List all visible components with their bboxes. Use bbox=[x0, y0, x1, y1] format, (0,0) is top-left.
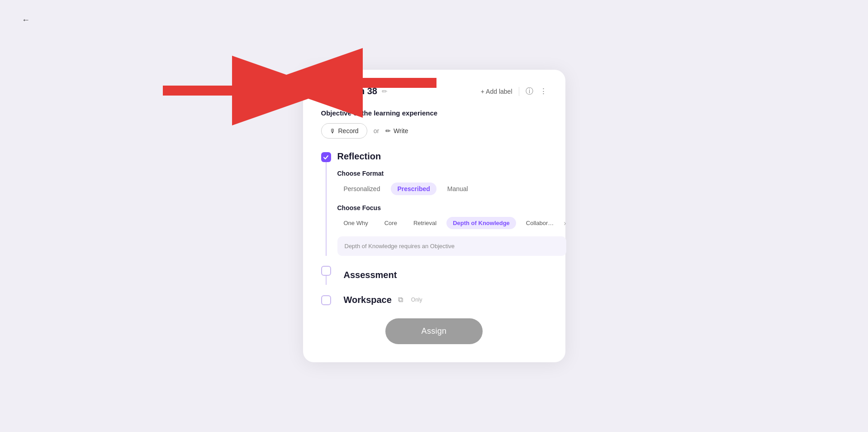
record-button[interactable]: 🎙 Record bbox=[321, 123, 367, 139]
card-title: Reflection 38 bbox=[321, 86, 377, 96]
assessment-row: Assessment bbox=[321, 265, 547, 285]
more-button[interactable]: ⋮ bbox=[540, 86, 547, 96]
reflection-content: Reflection Choose Format Personalized Pr… bbox=[337, 151, 566, 256]
back-button[interactable]: ← bbox=[22, 15, 30, 25]
edit-icon[interactable]: ✏ bbox=[382, 87, 388, 96]
card-header: Reflection 38 ✏ + Add label ⓘ ⋮ bbox=[321, 86, 547, 96]
format-section: Choose Format Personalized Prescribed Ma… bbox=[337, 170, 566, 195]
only-badge: Only bbox=[411, 297, 422, 303]
focus-one-why[interactable]: One Why bbox=[337, 217, 375, 229]
focus-title: Choose Focus bbox=[337, 204, 566, 211]
info-box: Depth of Knowledge requires an Objective bbox=[337, 236, 566, 256]
add-label-button[interactable]: + Add label bbox=[481, 88, 512, 95]
reflection-row: Reflection Choose Format Personalized Pr… bbox=[321, 151, 547, 256]
focus-depth-of-knowledge[interactable]: Depth of Knowledge bbox=[446, 217, 516, 229]
reflection-title: Reflection bbox=[337, 151, 566, 162]
focus-core[interactable]: Core bbox=[378, 217, 403, 229]
workspace-row: Workspace ⧉ Only bbox=[321, 294, 547, 306]
back-icon: ← bbox=[22, 15, 30, 25]
main-card: Reflection 38 ✏ + Add label ⓘ ⋮ Objectiv… bbox=[303, 70, 565, 362]
focus-collabor[interactable]: Collabor… bbox=[520, 217, 560, 229]
write-label: Write bbox=[394, 127, 408, 134]
assessment-checkbox[interactable] bbox=[321, 266, 331, 276]
card-actions: + Add label ⓘ ⋮ bbox=[481, 86, 547, 96]
reflection-left-col bbox=[321, 151, 331, 256]
focus-options: One Why Core Retrieval Depth of Knowledg… bbox=[337, 217, 566, 229]
assign-button[interactable]: Assign bbox=[385, 318, 483, 344]
assessment-label: Assessment bbox=[344, 269, 397, 281]
assign-section: Assign bbox=[321, 318, 547, 344]
title-group: Reflection 38 ✏ bbox=[321, 86, 388, 96]
vertical-divider bbox=[519, 87, 519, 96]
connector-line bbox=[326, 162, 327, 256]
focus-section: Choose Focus One Why Core Retrieval Dept… bbox=[337, 204, 566, 229]
format-options: Personalized Prescribed Manual bbox=[337, 182, 566, 195]
add-label-text: + Add label bbox=[481, 88, 512, 95]
or-text: or bbox=[374, 127, 379, 134]
record-label: Record bbox=[338, 127, 359, 134]
format-manual[interactable]: Manual bbox=[441, 182, 474, 195]
format-title: Choose Format bbox=[337, 170, 566, 177]
mic-icon: 🎙 bbox=[330, 128, 336, 134]
assessment-left-col bbox=[321, 265, 331, 285]
workspace-checkbox[interactable] bbox=[321, 295, 331, 305]
format-prescribed[interactable]: Prescribed bbox=[391, 182, 436, 195]
focus-retrieval[interactable]: Retrieval bbox=[407, 217, 443, 229]
assessment-connector bbox=[326, 276, 327, 285]
workspace-label: Workspace bbox=[344, 294, 392, 306]
workspace-left-col bbox=[321, 294, 331, 305]
reflection-checkbox[interactable] bbox=[321, 152, 331, 162]
format-personalized[interactable]: Personalized bbox=[337, 182, 387, 195]
objective-label: Objective of the learning experience bbox=[321, 109, 547, 117]
objective-actions: 🎙 Record or ✏ Write bbox=[321, 123, 547, 139]
pencil-icon: ✏ bbox=[385, 127, 391, 134]
info-button[interactable]: ⓘ bbox=[526, 86, 533, 96]
focus-more-icon[interactable]: › bbox=[564, 219, 566, 227]
workspace-icon: ⧉ bbox=[398, 296, 403, 304]
write-button[interactable]: ✏ Write bbox=[385, 127, 408, 134]
